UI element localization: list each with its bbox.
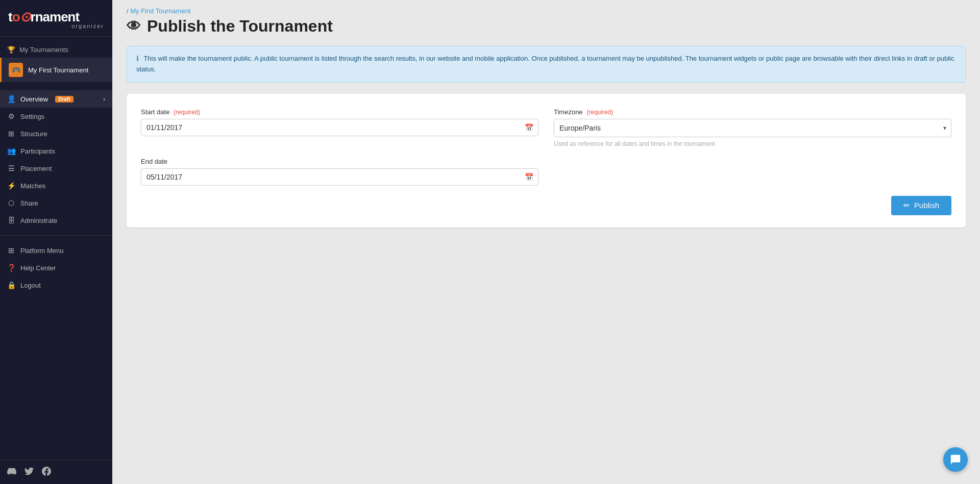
sidebar-item-share[interactable]: ⬡ Share (0, 194, 112, 212)
overview-icon: 👤 (7, 95, 15, 103)
help-icon: ❓ (7, 264, 15, 272)
trophy-icon: 🏆 (7, 46, 15, 54)
sidebar-item-settings[interactable]: ⚙ Settings (0, 108, 112, 125)
main-content: / My First Tournament 👁 Publish the Tour… (112, 0, 980, 484)
share-icon: ⬡ (7, 199, 15, 207)
timezone-hint: Used as reference for all dates and time… (554, 140, 951, 147)
publish-button-label: Publish (914, 201, 939, 210)
breadcrumb: / My First Tournament (127, 7, 966, 15)
share-label: Share (20, 199, 38, 207)
sidebar-item-administrate[interactable]: 🗄 Administrate (0, 212, 112, 229)
timezone-select-wrapper: Europe/Paris UTC America/New_York Americ… (554, 119, 951, 137)
sidebar: to⊙rnament organizer 🏆 My Tournaments 🎮 … (0, 0, 112, 484)
help-label: Help Center (20, 264, 56, 272)
chevron-right-icon: › (103, 96, 105, 102)
logo-area: to⊙rnament organizer (0, 0, 112, 37)
sidebar-item-participants[interactable]: 👥 Participants (0, 142, 112, 160)
sidebar-item-my-tournaments[interactable]: 🏆 My Tournaments (0, 42, 112, 58)
pencil-icon: ✏ (903, 201, 910, 210)
end-date-label: End date (141, 158, 538, 165)
page-header: / My First Tournament 👁 Publish the Tour… (112, 0, 980, 41)
sidebar-item-matches[interactable]: ⚡ Matches (0, 177, 112, 194)
participants-label: Participants (20, 147, 55, 155)
draft-badge: Draft (55, 96, 73, 103)
settings-label: Settings (20, 113, 44, 120)
logout-label: Logout (20, 282, 41, 289)
structure-icon: ⊞ (7, 130, 15, 138)
timezone-label: Timezone (required) (554, 108, 951, 116)
discord-icon[interactable] (7, 467, 16, 478)
start-date-group: Start date (required) 📅 (141, 108, 538, 147)
settings-icon: ⚙ (7, 112, 15, 120)
platform-label: Platform Menu (20, 247, 64, 254)
facebook-icon[interactable] (42, 467, 51, 478)
start-date-label: Start date (required) (141, 108, 538, 116)
form-date-row: Start date (required) 📅 Timezone (requir… (141, 108, 951, 147)
publish-button[interactable]: ✏ Publish (891, 196, 951, 215)
start-date-input[interactable] (141, 119, 538, 136)
main-body: ℹ This will make the tournament public. … (112, 41, 980, 242)
matches-icon: ⚡ (7, 182, 15, 190)
logout-icon: 🔒 (7, 281, 15, 289)
eye-icon: 👁 (127, 18, 141, 35)
sidebar-item-overview[interactable]: 👤 Overview Draft › (0, 90, 112, 108)
tournament-icon: 🎮 (9, 63, 23, 77)
info-icon: ℹ (136, 55, 139, 62)
sidebar-nav: 👤 Overview Draft › ⚙ Settings ⊞ Structur… (0, 87, 112, 232)
sidebar-item-help-center[interactable]: ❓ Help Center (0, 259, 112, 276)
end-date-input-wrapper: 📅 (141, 168, 538, 186)
participants-icon: 👥 (7, 147, 15, 155)
timezone-select[interactable]: Europe/Paris UTC America/New_York Americ… (554, 119, 951, 137)
administrate-icon: 🗄 (7, 216, 15, 224)
platform-icon: ⊞ (7, 246, 15, 254)
administrate-label: Administrate (20, 217, 57, 224)
matches-label: Matches (20, 182, 45, 190)
my-tournaments-label: My Tournaments (19, 46, 68, 54)
platform-section: ⊞ Platform Menu ❓ Help Center 🔒 Logout (0, 239, 112, 297)
overview-label: Overview (20, 95, 48, 103)
form-actions: ✏ Publish (141, 196, 951, 215)
sidebar-tournament-item[interactable]: 🎮 My First Tournament (0, 58, 112, 82)
info-box-text: This will make the tournament public. A … (136, 55, 954, 73)
page-title: 👁 Publish the Tournament (127, 17, 966, 36)
timezone-group: Timezone (required) Europe/Paris UTC Ame… (554, 108, 951, 147)
chat-button[interactable] (943, 447, 968, 472)
end-date-input[interactable] (141, 168, 538, 186)
sidebar-bottom (0, 460, 112, 484)
page-title-text: Publish the Tournament (147, 17, 333, 36)
breadcrumb-link[interactable]: My First Tournament (130, 7, 190, 15)
publish-form-card: Start date (required) 📅 Timezone (requir… (127, 94, 966, 227)
timezone-required: (required) (586, 109, 613, 116)
placement-icon: ☰ (7, 164, 15, 172)
sidebar-item-logout[interactable]: 🔒 Logout (0, 276, 112, 294)
start-date-input-wrapper: 📅 (141, 119, 538, 136)
info-box: ℹ This will make the tournament public. … (127, 46, 966, 83)
empty-group (554, 158, 951, 186)
structure-label: Structure (20, 130, 47, 138)
placement-label: Placement (20, 165, 52, 172)
sidebar-item-structure[interactable]: ⊞ Structure (0, 125, 112, 142)
sidebar-divider (0, 235, 112, 236)
start-date-required: (required) (174, 109, 200, 116)
sidebar-item-platform-menu[interactable]: ⊞ Platform Menu (0, 242, 112, 259)
twitter-icon[interactable] (24, 467, 34, 478)
end-date-group: End date 📅 (141, 158, 538, 186)
tournament-name: My First Tournament (28, 66, 88, 74)
sidebar-item-placement[interactable]: ☰ Placement (0, 160, 112, 177)
form-end-date-row: End date 📅 (141, 158, 951, 186)
my-tournaments-section: 🏆 My Tournaments 🎮 My First Tournament (0, 37, 112, 87)
